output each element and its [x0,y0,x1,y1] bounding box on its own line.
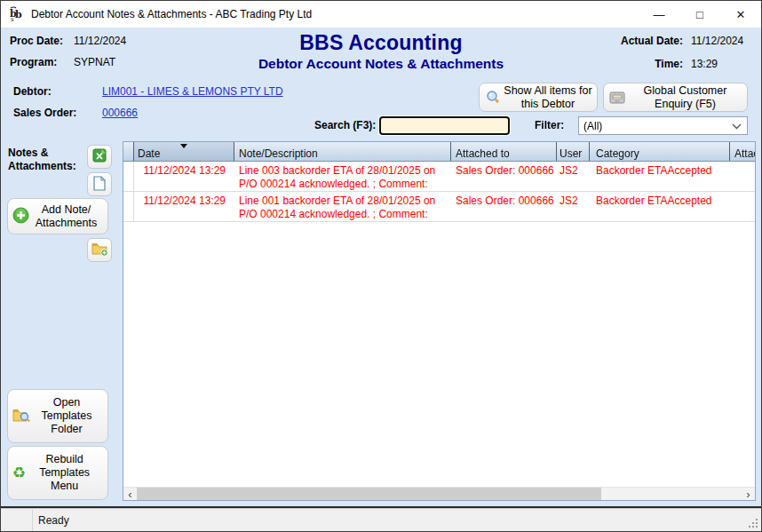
add-note-attachments-label: Add Note/ Attachments [29,203,103,230]
column-header-note-description[interactable]: Note/Description [234,142,451,161]
recycle-icon: ♻ [12,465,26,480]
maximize-button[interactable]: □ [679,1,720,28]
cell-date: 11/12/2024 13:29 [134,162,234,191]
rebuild-templates-menu-button[interactable]: ♻ Rebuild Templates Menu [7,446,108,500]
open-templates-folder-button[interactable]: Open Templates Folder [7,389,108,443]
resize-grip-icon[interactable] [756,526,758,528]
column-header-user[interactable]: User [557,142,590,161]
column-header-date[interactable]: Date [134,142,234,161]
document-icon [93,176,106,194]
folder-search-icon [12,408,30,425]
time-value: 13:29 [691,58,750,70]
table-header-row: Date Note/Description Attached to User C… [123,142,755,162]
global-customer-enquiry-button[interactable]: Global Customer Enquiry (F5) [603,83,748,112]
screen-title: Debtor Account Notes & Attachments [1,56,761,72]
scroll-right-icon[interactable]: › [742,488,755,501]
export-spreadsheet-button[interactable] [87,145,112,169]
new-document-button[interactable] [87,172,112,196]
add-icon [12,207,29,226]
sort-descending-icon [180,144,187,148]
folder-plus-icon [91,242,108,259]
status-left-pane [1,510,33,531]
show-all-items-label: Show All items for this Debtor [503,84,593,111]
open-templates-folder-label: Open Templates Folder [30,396,103,436]
sales-order-link[interactable]: 000666 [102,107,138,119]
cell-attachments [730,192,755,221]
time-label: Time: [655,58,683,70]
add-note-attachments-button[interactable]: Add Note/ Attachments [7,198,108,234]
close-button[interactable]: ✕ [720,1,761,28]
filter-selected-value: (All) [583,120,602,132]
actual-date-value: 11/12/2024 [691,35,750,47]
card-file-icon [607,91,627,105]
filter-dropdown[interactable]: (All) [578,116,748,135]
magnifier-icon [483,90,503,105]
cell-category: Backorder ETAAccepted [590,162,730,191]
table-row[interactable]: 11/12/2024 13:29 Line 001 backorder ETA … [123,192,755,222]
filter-label: Filter: [535,119,564,131]
window-title: Debtor Account Notes & Attachments - ABC… [31,8,312,20]
row-selector[interactable] [123,162,134,191]
status-text: Ready [38,514,69,527]
spreadsheet-icon [92,148,107,165]
app-window: b b s Debtor Account Notes & Attachments… [0,0,762,532]
titlebar: b b s Debtor Account Notes & Attachments… [1,1,761,28]
cell-user: JS2 [557,192,590,221]
chevron-down-icon [732,120,742,132]
show-all-items-button[interactable]: Show All items for this Debtor [479,83,598,112]
status-bar: Ready [1,506,761,531]
row-selector[interactable] [123,192,134,221]
scroll-left-icon[interactable]: ‹ [123,488,137,501]
add-folder-button[interactable] [87,238,112,262]
cell-description: Line 001 backorder ETA of 28/01/2025 on … [234,192,451,221]
minimize-button[interactable]: — [639,1,679,28]
row-selector-header [123,142,134,161]
cell-date: 11/12/2024 13:29 [134,192,234,221]
cell-attachments [730,162,755,191]
column-header-attachments[interactable]: Attachments [730,142,755,161]
debtor-label: Debtor: [13,85,102,98]
column-header-category[interactable]: Category [590,142,730,161]
actual-date-row: Actual Date:11/12/2024 [621,35,750,47]
cell-attached-to: Sales Order: 000666 [451,192,557,221]
global-customer-enquiry-label: Global Customer Enquiry (F5) [627,84,743,111]
sales-order-label: Sales Order: [13,107,102,119]
cell-attached-to: Sales Order: 000666 [451,162,557,191]
time-row: Time:13:29 [655,58,750,70]
scrollbar-thumb[interactable] [137,488,601,501]
svg-text:s: s [11,16,14,22]
cell-category: Backorder ETAAccepted [590,192,730,221]
cell-description: Line 003 backorder ETA of 28/01/2025 on … [234,162,451,191]
notes-table: Date Note/Description Attached to User C… [123,141,756,501]
search-input[interactable] [379,116,510,135]
table-row[interactable]: 11/12/2024 13:29 Line 003 backorder ETA … [123,162,755,192]
search-label: Search (F3): [314,119,376,131]
actual-date-label: Actual Date: [621,35,683,47]
cell-user: JS2 [557,162,590,191]
notes-attachments-label: Notes & Attachments: [8,147,84,173]
sales-order-row: Sales Order:000666 [13,107,138,119]
horizontal-scrollbar[interactable]: ‹ › [123,487,755,500]
column-header-attached-to[interactable]: Attached to [451,142,557,161]
debtor-link[interactable]: LIM001 - LIMES & LEMONS PTY LTD [102,85,283,98]
rebuild-templates-menu-label: Rebuild Templates Menu [26,453,103,493]
app-logo-icon: b b s [8,6,26,22]
debtor-row: Debtor:LIM001 - LIMES & LEMONS PTY LTD [13,85,283,98]
svg-text:b: b [15,9,22,20]
